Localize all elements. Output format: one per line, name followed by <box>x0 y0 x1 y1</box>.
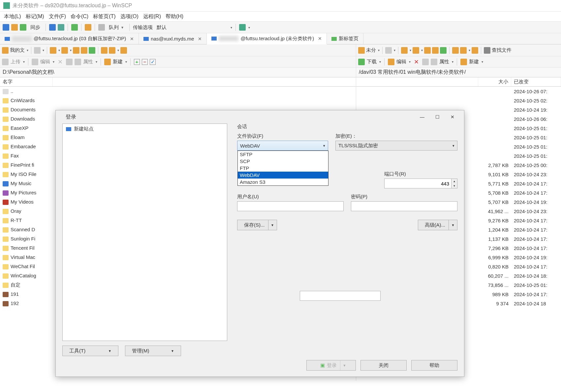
copy-icon[interactable] <box>422 59 429 65</box>
filter-icon[interactable] <box>385 47 392 54</box>
col-size[interactable]: 大小 <box>478 77 511 86</box>
forward-icon[interactable] <box>61 47 68 54</box>
menu-help[interactable]: 帮助(H) <box>166 13 183 20</box>
new-site-item[interactable]: 新建站点 <box>63 124 227 134</box>
transfer-dropdown[interactable]: ▾ <box>231 26 232 29</box>
menu-options[interactable]: 选项(O) <box>120 13 139 20</box>
edit-button[interactable]: 编辑 <box>40 59 50 65</box>
queue-button[interactable]: 队列▼ <box>107 24 126 31</box>
reload-icon[interactable] <box>71 24 78 31</box>
edit-button[interactable]: 编辑 <box>396 59 406 65</box>
refresh-icon[interactable] <box>89 47 95 54</box>
queue-icon[interactable] <box>98 24 105 31</box>
encryption-combo[interactable]: TLS/SSL隐式加密▾ <box>335 141 457 151</box>
help-button[interactable]: 帮助 <box>411 360 457 371</box>
find-files-button[interactable]: 查找文件 <box>492 47 512 53</box>
login-button[interactable]: ▣ 登录▼ <box>306 360 356 371</box>
tools-button[interactable]: 工具(T)▼ <box>62 346 118 356</box>
protocol-combo[interactable]: WebDAV▾ SFTP SCP FTP WebDAV Amazon S3 <box>237 141 328 151</box>
terminal-icon[interactable] <box>58 24 64 31</box>
manage-button[interactable]: 管理(M)▼ <box>125 346 181 356</box>
new-icon[interactable] <box>460 59 467 65</box>
file-row[interactable]: .. <box>0 87 356 96</box>
download-button[interactable]: 下载 <box>367 59 377 65</box>
menu-local[interactable]: 本地(L) <box>4 13 21 20</box>
props-button[interactable]: 属性 <box>439 59 449 65</box>
new-icon[interactable] <box>104 59 111 65</box>
host-input[interactable] <box>300 291 381 301</box>
menu-file[interactable]: 文件(F) <box>49 13 66 20</box>
copy-icon[interactable] <box>66 59 73 65</box>
upload-icon[interactable] <box>2 59 9 65</box>
tab-session-2[interactable]: nas@xuxl.myds.me ✕ <box>139 33 207 44</box>
site-list[interactable]: 新建站点 <box>62 124 227 341</box>
protocol-option[interactable]: SCP <box>238 158 328 165</box>
advanced-button[interactable]: 高级(A)...▼ <box>418 220 458 230</box>
check-icon[interactable]: ✓ <box>150 59 156 65</box>
protocol-option[interactable]: SFTP <box>238 151 328 158</box>
upload-button[interactable]: 上传 <box>11 59 20 65</box>
sync-button[interactable]: 同步 <box>28 24 42 31</box>
file-row[interactable]: 2024-10-26 07: <box>356 87 561 96</box>
sync-browse-icon[interactable] <box>3 24 9 31</box>
settings-icon[interactable] <box>85 24 91 31</box>
props-icon[interactable] <box>431 59 437 65</box>
forward-icon[interactable] <box>413 47 419 54</box>
menu-tabs[interactable]: 标签页(T) <box>93 13 115 20</box>
up-icon[interactable] <box>424 47 431 54</box>
drive-label[interactable]: 未分 <box>366 47 376 53</box>
menu-command[interactable]: 命令(C) <box>71 13 88 20</box>
back-icon[interactable] <box>50 47 56 54</box>
file-row[interactable]: CnWizards <box>0 96 356 105</box>
compare-icon[interactable] <box>49 24 56 31</box>
delete-icon[interactable]: ✕ <box>58 58 63 66</box>
new-button[interactable]: 新建 <box>469 59 479 65</box>
delete-icon[interactable]: ✕ <box>414 58 419 66</box>
home-icon[interactable] <box>432 47 439 54</box>
refresh-icon[interactable] <box>440 47 447 54</box>
search-icon[interactable] <box>484 47 490 54</box>
minimize-button[interactable]: — <box>415 112 430 122</box>
edit-icon[interactable] <box>388 59 394 65</box>
close-dialog-button[interactable]: 关闭 <box>360 360 407 371</box>
spin-up[interactable]: ▲ <box>452 179 457 183</box>
username-input[interactable] <box>237 201 344 211</box>
col-name[interactable]: 名字 <box>0 77 53 86</box>
spin-down[interactable]: ▼ <box>452 183 457 188</box>
file-row[interactable]: 2024-10-25 02: <box>356 96 561 105</box>
bookmark-icon[interactable] <box>101 47 108 54</box>
new-button[interactable]: 新建 <box>113 59 123 65</box>
props-button[interactable]: 属性 <box>83 59 93 65</box>
sync-icon[interactable] <box>20 24 26 31</box>
save-button[interactable]: 保存(S)...▼ <box>237 220 277 230</box>
remote-path[interactable]: /dav/03 常用软件/01 win电脑软件/未分类软件/ <box>356 68 561 77</box>
bookmark-icon[interactable] <box>452 47 459 54</box>
edit-icon[interactable] <box>32 59 38 65</box>
protocol-option[interactable]: WebDAV <box>238 172 328 179</box>
drive-icon[interactable] <box>358 47 365 54</box>
port-input[interactable]: ▲▼ <box>384 179 457 188</box>
maximize-button[interactable]: ☐ <box>430 112 445 122</box>
menu-remote[interactable]: 远程(R) <box>143 13 161 20</box>
local-path[interactable]: D:\Personal\我的文档\ <box>0 68 356 77</box>
filter-icon[interactable] <box>34 47 41 54</box>
drive-icon[interactable] <box>2 47 9 54</box>
back-icon[interactable] <box>401 47 408 54</box>
menu-mark[interactable]: 标记(M) <box>26 13 44 20</box>
protocol-option[interactable]: Amazon S3 <box>238 179 328 185</box>
tab-session-1[interactable]: @futtsu.teracloud.jp (03 自解压加密7-ZIP) ✕ <box>0 33 139 44</box>
download-icon[interactable] <box>358 59 365 65</box>
close-button[interactable]: ✕ <box>445 112 460 122</box>
props-icon[interactable] <box>75 59 81 65</box>
close-icon[interactable]: ✕ <box>198 36 202 42</box>
drive-label[interactable]: 我的文 <box>10 47 25 53</box>
tab-new[interactable]: 新标签页 <box>327 33 363 44</box>
transfer-default[interactable]: 默认 <box>157 24 167 31</box>
minus-icon[interactable]: − <box>142 59 148 65</box>
close-icon[interactable]: ✕ <box>130 36 134 42</box>
password-input[interactable] <box>351 201 457 211</box>
close-icon[interactable]: ✕ <box>318 36 322 41</box>
up-icon[interactable] <box>73 47 79 54</box>
bookmark2-icon[interactable] <box>460 47 467 54</box>
col-modified[interactable]: 已改变 <box>511 77 561 86</box>
